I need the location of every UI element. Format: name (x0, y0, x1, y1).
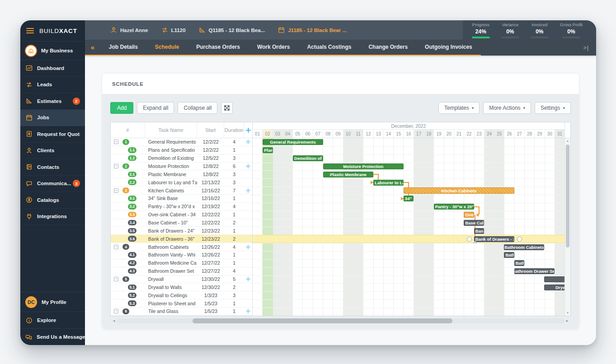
task-plus-cell[interactable] (244, 245, 252, 249)
table-row-task-1.2[interactable]: 1.2Demolition of Existing12/5/223 (111, 154, 252, 163)
collapse-row-icon[interactable]: − (114, 245, 118, 249)
table-row-task-3.4[interactable]: 3.4Base Cabinet - 10"12/22/222 (111, 219, 252, 227)
table-row-task-3.6[interactable]: 3.6Bank of Drawers - 36"12/23/222 (111, 235, 252, 243)
tab-purchase-orders[interactable]: Purchase Orders (188, 40, 249, 55)
gantt-bar-bank[interactable]: Bank (474, 228, 484, 234)
vertical-scrollbar-thumb[interactable] (566, 145, 569, 247)
collapse-row-icon[interactable]: − (114, 188, 118, 193)
table-row-task-5[interactable]: −5Drywall12/30/225 (111, 275, 252, 284)
sidebar-item-send-us-a-message[interactable]: Send Us a Message (20, 328, 85, 345)
table-row-task-4[interactable]: −4Bathroom Cabinets12/26/224 (111, 243, 252, 251)
task-plus-cell[interactable] (244, 188, 252, 193)
sidebar-item-catalogs[interactable]: Catalogs (20, 192, 85, 209)
scroll-right-icon[interactable]: ▸ (564, 318, 570, 323)
topbar-item-hazel[interactable]: Hazel Anne (110, 27, 148, 33)
gantt-bar-bank-of-drawers-36[interactable]: Bank of Drawers - 36" (474, 236, 514, 242)
gantt-bar-34-s[interactable]: 34" S (404, 196, 414, 201)
gantt-bar-general-requirements[interactable]: General Requirements (263, 139, 323, 145)
gantt-bar-bathroom-drawer-set[interactable]: Bathroom Drawer Set (514, 268, 555, 274)
gantt-bar-task[interactable] (544, 276, 564, 282)
scroll-down-icon[interactable]: ▾ (567, 310, 569, 316)
gantt-bar-plastic-membrane[interactable]: Plastic Membrane (323, 172, 373, 177)
table-row-task-2[interactable]: −2Moisture Protection12/8/226 (111, 163, 252, 171)
gantt-bar-bathr[interactable]: Bathr (504, 252, 514, 258)
sidebar-item-communica[interactable]: Communica...3 (20, 176, 85, 192)
collapse-tabs-icon[interactable]: « (85, 44, 100, 51)
gantt-bar-kitchen-cabinets[interactable]: Kitchen Cabinets (404, 187, 514, 194)
table-row-task-5.3[interactable]: 5.3Plasterer to Sheet and1/5/231 (111, 299, 252, 308)
table-row-task-3.3[interactable]: 3.3Over-sink Cabinet - 3412/22/221 (111, 211, 252, 219)
task-plus-cell[interactable] (244, 140, 252, 144)
gantt-bar-base-cabi[interactable]: Base Cabi (464, 220, 484, 226)
table-row-task-2.1[interactable]: 2.1Plastic Membrane12/8/223 (111, 170, 252, 178)
gantt-bar-bathroom-cabinets[interactable]: Bathroom Cabinets (504, 244, 544, 250)
table-row-task-4.1[interactable]: 4.1Bathroom Vanity - Whi12/26/221 (111, 251, 252, 259)
table-row-task-4.2[interactable]: 4.2Bathroom Medicine Cа12/27/221 (111, 259, 252, 267)
collapse-row-icon[interactable]: − (114, 277, 118, 281)
table-row-task-6[interactable]: −6Tile and Glass1/5/231 (111, 308, 252, 316)
task-plus-cell[interactable] (244, 309, 252, 313)
hamburger-menu-icon[interactable] (26, 28, 34, 33)
table-row-task-1.1[interactable]: 1.1Plans and Specificatio12/2/221 (111, 146, 252, 154)
gantt-bar-bathr[interactable]: Bathr (514, 260, 524, 266)
collapse-row-icon[interactable]: − (114, 309, 118, 313)
sidebar-item-my-business[interactable]: My Business (20, 42, 85, 60)
expand-all-button[interactable]: Expand all (137, 102, 174, 114)
horizontal-scrollbar-thumb[interactable] (193, 318, 452, 323)
table-row-task-3.5[interactable]: 3.5Bank of Drawers - 24"12/23/221 (111, 227, 252, 235)
sidebar-item-my-profile[interactable]: DCMy Profile (20, 292, 85, 312)
tab-job-details[interactable]: Job Details (100, 40, 146, 55)
topbar-item-l1120[interactable]: L1120 (161, 27, 186, 33)
sidebar-item-jobs[interactable]: Jobs (20, 110, 85, 126)
gantt-bar-moisture-protection[interactable]: Moisture Protection (323, 163, 404, 169)
table-row-task-5.2[interactable]: 5.2Drywall to Ceilings1/3/233 (111, 291, 252, 299)
scroll-left-icon[interactable]: ◂ (111, 318, 117, 323)
task-plus-cell[interactable] (244, 277, 252, 281)
scroll-up-icon[interactable]: ▴ (567, 138, 569, 144)
bar-drag-handle[interactable] (473, 241, 477, 243)
settings-dropdown[interactable]: Settings▾ (535, 102, 571, 114)
horizontal-scrollbar-track[interactable] (117, 318, 564, 323)
topbar-item-j1185[interactable]: J1185 - 12 Black Bear ... (278, 27, 347, 33)
tab-schedule[interactable]: Schedule (146, 40, 188, 55)
gantt-bar-plans[interactable]: Plans (263, 147, 273, 153)
sidebar-item-leads[interactable]: Leads (20, 77, 85, 93)
tab-work-orders[interactable]: Work Orders (249, 40, 298, 55)
table-row-task-3[interactable]: −3Kitchen Cabinets12/16/227 (111, 187, 252, 195)
table-row-task-5.1[interactable]: 5.1Drywall to Walls12/30/222 (111, 283, 252, 291)
gantt-bar-over[interactable]: Over (464, 212, 474, 218)
task-plus-cell[interactable] (244, 164, 252, 168)
add-button[interactable]: Add (110, 102, 133, 114)
gantt-bar-labourer-to-lay[interactable]: Labourer to Lay (373, 180, 404, 186)
fullscreen-button[interactable] (221, 102, 233, 114)
gantt-bar-demolition-of-ex[interactable]: Demolition of Ex (293, 155, 323, 161)
collapse-row-icon[interactable]: − (114, 164, 118, 168)
sidebar-item-estimates[interactable]: Estimates2 (20, 93, 85, 110)
table-row-task-1[interactable]: −1General Requirements12/2/224 (111, 138, 252, 146)
expand-panel-icon[interactable]: >| (576, 40, 596, 56)
tab-actuals-costings[interactable]: Actuals Costings (298, 40, 360, 55)
bar-link-handle-right[interactable] (517, 237, 522, 242)
sidebar-item-clients[interactable]: Clients (20, 143, 85, 159)
collapse-row-icon[interactable]: − (114, 140, 118, 144)
table-row-task-3.2[interactable]: 3.2Pantry - 30"w x 20"d x12/19/224 (111, 203, 252, 211)
tab-outgoing-invoices[interactable]: Outgoing Invoices (416, 40, 481, 55)
topbar-item-q1185[interactable]: Q1185 - 12 Black Bea... (199, 27, 265, 33)
vertical-scrollbar-track[interactable]: ▴ ▾ (565, 138, 570, 316)
table-row-task-3.1[interactable]: 3.134" Sink Base12/16/221 (111, 195, 252, 203)
bar-link-handle-left[interactable] (467, 237, 472, 242)
add-column-icon[interactable] (244, 122, 252, 138)
sidebar-item-request-for-quotes[interactable]: Request for Quotes (20, 126, 85, 143)
sidebar-item-explore[interactable]: Explore (20, 312, 85, 328)
sidebar-item-contacts[interactable]: Contacts (20, 159, 85, 176)
gantt-bar-pantry-30-w-x-20-d-x[interactable]: Pantry - 30"w x 20"d x (434, 204, 474, 210)
sidebar-item-integrations[interactable]: Integrations (20, 209, 85, 225)
tab-change-orders[interactable]: Change Orders (360, 40, 416, 55)
more-actions-dropdown[interactable]: More Actions▾ (483, 102, 531, 114)
sidebar-item-dashboard[interactable]: Dashboard (20, 60, 85, 77)
collapse-all-button[interactable]: Collapse all (178, 102, 217, 114)
table-row-task-4.3[interactable]: 4.3Bathroom Drawer Set12/27/224 (111, 267, 252, 275)
templates-dropdown[interactable]: Templates▾ (438, 102, 480, 114)
gantt-bar-drywall-t[interactable]: Drywall t (544, 285, 564, 290)
table-row-task-2.2[interactable]: 2.2Labourer to Lay and Tа12/13/223 (111, 178, 252, 187)
